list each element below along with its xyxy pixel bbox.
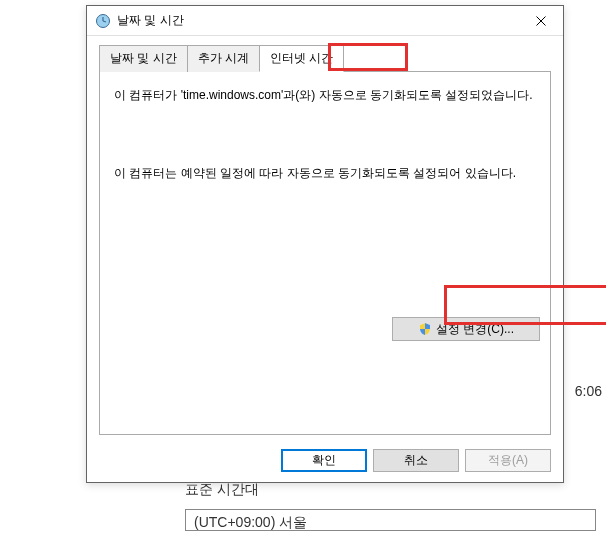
close-button[interactable]	[521, 7, 561, 35]
sync-status-text: 이 컴퓨터가 'time.windows.com'과(와) 자동으로 동기화되도…	[114, 86, 536, 104]
close-icon	[536, 16, 546, 26]
timezone-value: (UTC+09:00) 서울	[185, 509, 596, 531]
timezone-section-title: 표준 시간대	[185, 481, 596, 499]
tab-content-internet-time: 이 컴퓨터가 'time.windows.com'과(와) 자동으로 동기화되도…	[99, 72, 551, 435]
date-time-dialog: 날짜 및 시간 날짜 및 시간 추가 시계 인터넷 시간 이 컴퓨터가 'tim…	[86, 5, 564, 483]
schedule-info-text: 이 컴퓨터는 예약된 일정에 따라 자동으로 동기화되도록 설정되어 있습니다.	[114, 164, 536, 182]
titlebar: 날짜 및 시간	[87, 6, 563, 36]
change-settings-button[interactable]: 설정 변경(C)...	[392, 317, 540, 341]
tab-datetime[interactable]: 날짜 및 시간	[99, 45, 188, 72]
shield-icon	[418, 322, 432, 336]
ok-button[interactable]: 확인	[281, 449, 367, 472]
timezone-section: 표준 시간대 (UTC+09:00) 서울	[185, 481, 596, 531]
apply-button: 적용(A)	[465, 449, 551, 472]
current-time-fragment: 6:06	[575, 383, 602, 399]
tab-strip: 날짜 및 시간 추가 시계 인터넷 시간	[99, 44, 551, 72]
dialog-title: 날짜 및 시간	[117, 12, 521, 29]
dialog-button-row: 확인 취소 적용(A)	[87, 443, 563, 482]
change-settings-label: 설정 변경(C)...	[436, 320, 514, 338]
clock-icon	[95, 13, 111, 29]
tab-internet-time[interactable]: 인터넷 시간	[259, 45, 344, 72]
tab-additional-clocks[interactable]: 추가 시계	[187, 45, 260, 72]
cancel-button[interactable]: 취소	[373, 449, 459, 472]
